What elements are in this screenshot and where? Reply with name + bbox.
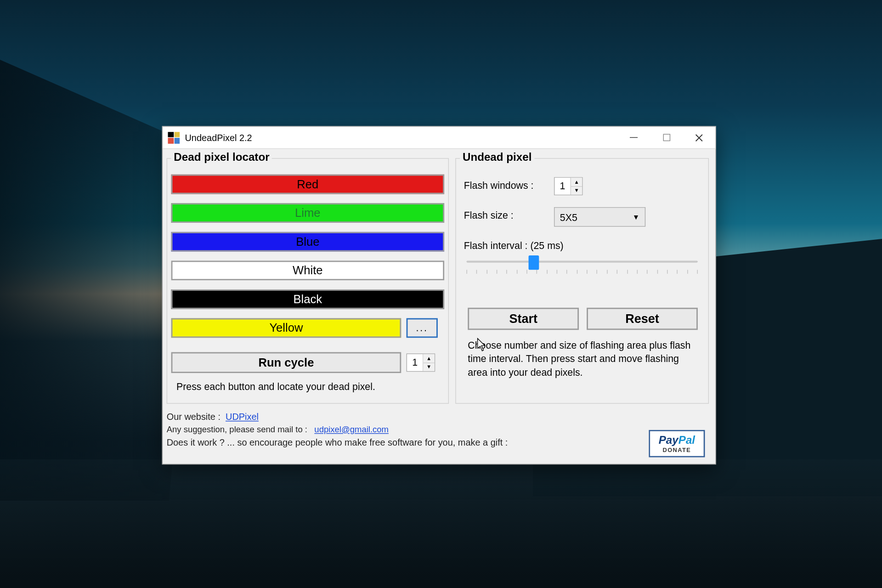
flash-interval-label: Flash interval : (25 ms): [464, 240, 564, 251]
flash-windows-label: Flash windows :: [464, 180, 534, 191]
paypal-logo: PayPal: [659, 434, 695, 447]
reset-button[interactable]: Reset: [587, 308, 698, 330]
flash-windows-down-icon[interactable]: ▼: [571, 187, 582, 195]
undead-title: Undead pixel: [460, 151, 534, 164]
mail-link[interactable]: udpixel@gmail.com: [314, 424, 389, 434]
paypal-donate-text: DONATE: [663, 447, 691, 453]
paypal-donate-button[interactable]: PayPal DONATE: [649, 430, 705, 458]
donate-label: Does it work ? ... so encourage people w…: [167, 437, 508, 447]
minimize-button[interactable]: [617, 126, 650, 148]
app-window: UndeadPixel 2.2 Dead pixel locator Red L…: [162, 126, 716, 464]
flash-windows-spinner[interactable]: 1 ▲ ▼: [554, 177, 583, 195]
slider-thumb[interactable]: [528, 255, 539, 270]
chevron-down-icon: ▼: [633, 213, 639, 221]
maximize-button[interactable]: [650, 126, 683, 148]
flash-size-label: Flash size :: [464, 210, 514, 221]
close-button[interactable]: [683, 126, 715, 148]
run-cycle-button[interactable]: Run cycle: [171, 352, 401, 373]
slider-track: [466, 260, 697, 262]
color-red-button[interactable]: Red: [171, 175, 444, 194]
website-link[interactable]: UDPixel: [226, 412, 259, 422]
locator-groupbox: Dead pixel locator Red Lime Blue White B…: [167, 158, 449, 404]
undead-hint: Choose number and size of flashing area …: [468, 339, 700, 379]
titlebar[interactable]: UndeadPixel 2.2: [163, 127, 715, 149]
color-blue-button[interactable]: Blue: [171, 232, 444, 252]
website-label: Our website :: [167, 412, 220, 422]
color-lime-button[interactable]: Lime: [171, 203, 444, 223]
client-area: Dead pixel locator Red Lime Blue White B…: [163, 149, 715, 464]
flash-interval-slider[interactable]: [466, 255, 697, 282]
window-title: UndeadPixel 2.2: [185, 132, 252, 143]
color-yellow-button[interactable]: Yellow: [171, 318, 401, 338]
undead-groupbox: Undead pixel Flash windows : 1 ▲ ▼ Flash…: [455, 158, 709, 404]
locator-hint: Press each button and locate your dead p…: [176, 381, 375, 392]
start-button[interactable]: Start: [468, 308, 579, 330]
locator-title: Dead pixel locator: [171, 151, 272, 164]
run-cycle-up-icon[interactable]: ▲: [424, 354, 435, 363]
flash-size-value: 5X5: [560, 211, 577, 222]
color-black-button[interactable]: Black: [171, 289, 444, 309]
run-cycle-spinner[interactable]: 1 ▲ ▼: [407, 353, 435, 372]
slider-ticks: [466, 270, 697, 276]
desktop-background: UndeadPixel 2.2 Dead pixel locator Red L…: [0, 0, 882, 588]
run-cycle-down-icon[interactable]: ▼: [424, 363, 435, 371]
footer: Our website : UDPixel Any suggestion, pl…: [167, 412, 712, 447]
more-colors-button[interactable]: ...: [407, 318, 438, 338]
run-cycle-value[interactable]: 1: [407, 354, 423, 371]
app-icon: [168, 132, 180, 144]
mail-label: Any suggestion, please send mail to :: [167, 424, 307, 434]
flash-size-combo[interactable]: 5X5 ▼: [554, 207, 645, 227]
color-white-button[interactable]: White: [171, 260, 444, 280]
flash-windows-up-icon[interactable]: ▲: [571, 178, 582, 187]
flash-windows-value[interactable]: 1: [554, 178, 570, 195]
